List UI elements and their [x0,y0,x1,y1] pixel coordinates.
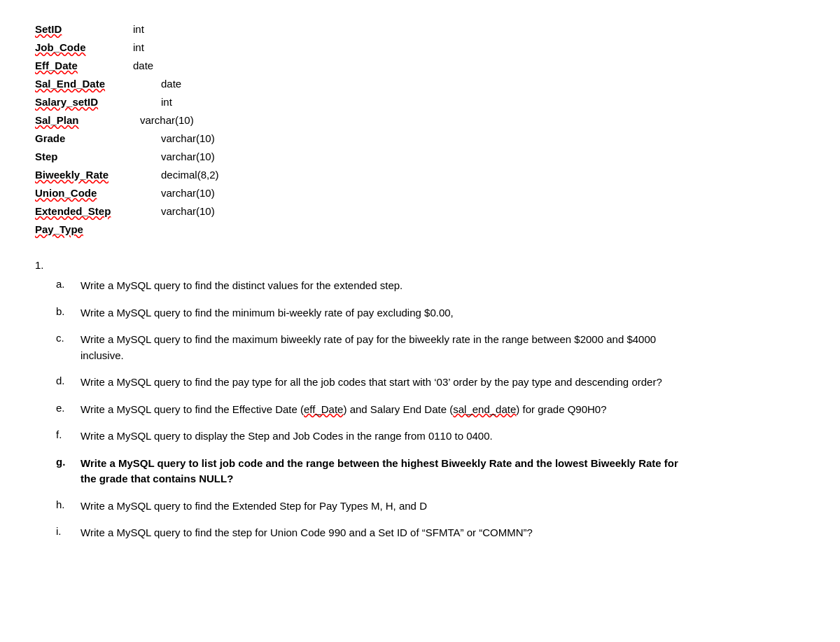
question-label-a: a. [56,278,80,290]
question-text-i: Write a MySQL query to find the step for… [80,525,805,541]
field-type-jobcode: int [133,39,144,56]
schema-row-jobcode: Job_Code int [35,39,805,56]
field-type-step: varchar(10) [161,148,215,165]
question-item-i: i. Write a MySQL query to find the step … [56,525,805,541]
schema-table: SetID int Job_Code int Eff_Date date Sal… [35,21,805,238]
field-type-effdate: date [133,57,153,74]
question-item-d: d. Write a MySQL query to find the pay t… [56,375,805,391]
field-type-biweeklyrate: decimal(8,2) [161,167,219,183]
question-item-c: c. Write a MySQL query to find the maxim… [56,332,805,363]
field-name-extendedstep: Extended_Step [35,203,133,220]
question-text-c: Write a MySQL query to find the maximum … [80,332,805,363]
question-label-b: b. [56,305,80,317]
question-text-f: Write a MySQL query to display the Step … [80,428,805,445]
schema-row-paytype: Pay_Type [35,221,805,238]
question-label-e: e. [56,402,80,414]
question-label-h: h. [56,498,80,510]
field-type-salarysetid: int [161,94,172,111]
field-name-salarysetid: Salary_setID [35,94,133,111]
question-label-f: f. [56,428,80,440]
field-name-salplan: Sal_Plan [35,112,133,129]
question-text-d: Write a MySQL query to find the pay type… [80,375,805,391]
question-label-d: d. [56,375,80,386]
field-name-unioncode: Union_Code [35,185,133,202]
schema-row-grade: Grade varchar(10) [35,130,805,147]
question-number: 1. [35,259,805,271]
schema-row-unioncode: Union_Code varchar(10) [35,185,805,202]
question-item-a: a. Write a MySQL query to find the disti… [56,278,805,294]
question-item-f: f. Write a MySQL query to display the St… [56,428,805,445]
field-name-grade: Grade [35,130,133,147]
question-list: a. Write a MySQL query to find the disti… [56,278,805,541]
question-item-g: g. Write a MySQL query to list job code … [56,456,805,487]
schema-row-salarysetid: Salary_setID int [35,94,805,111]
question-text-a: Write a MySQL query to find the distinct… [80,278,805,294]
field-type-unioncode: varchar(10) [161,185,215,202]
field-type-setid: int [133,21,144,38]
field-name-paytype: Pay_Type [35,221,133,238]
field-name-jobcode: Job_Code [35,39,133,56]
schema-row-biweeklyrate: Biweekly_Rate decimal(8,2) [35,167,805,183]
schema-row-salplan: Sal_Plan varchar(10) [35,112,805,129]
question-label-c: c. [56,332,80,344]
field-type-salenddate: date [161,76,181,92]
field-type-extendedstep: varchar(10) [161,203,215,220]
question-label-i: i. [56,525,80,537]
question-text-g: Write a MySQL query to list job code and… [80,456,805,487]
field-name-step: Step [35,148,133,165]
question-item-h: h. Write a MySQL query to find the Exten… [56,498,805,515]
field-name-setid: SetID [35,21,133,38]
question-text-b: Write a MySQL query to find the minimum … [80,305,805,321]
field-name-salenddate: Sal_End_Date [35,76,133,92]
schema-row-step: Step varchar(10) [35,148,805,165]
question-text-e: Write a MySQL query to find the Effectiv… [80,402,805,418]
question-label-g: g. [56,456,80,468]
schema-row-extendedstep: Extended_Step varchar(10) [35,203,805,220]
question-item-b: b. Write a MySQL query to find the minim… [56,305,805,321]
field-type-grade: varchar(10) [161,130,215,147]
field-name-biweeklyrate: Biweekly_Rate [35,167,133,183]
field-type-salplan: varchar(10) [140,112,194,129]
question-item-e: e. Write a MySQL query to find the Effec… [56,402,805,418]
question-text-h: Write a MySQL query to find the Extended… [80,498,805,515]
field-name-effdate: Eff_Date [35,57,133,74]
questions-section: 1. a. Write a MySQL query to find the di… [35,259,805,541]
schema-row-setid: SetID int [35,21,805,38]
schema-row-salenddate: Sal_End_Date date [35,76,805,92]
schema-row-effdate: Eff_Date date [35,57,805,74]
